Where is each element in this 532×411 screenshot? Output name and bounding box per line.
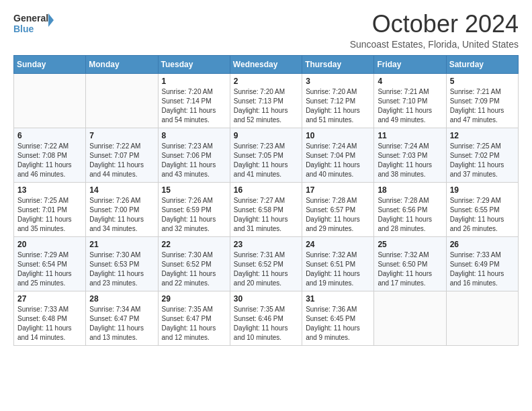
day-number: 16: [234, 185, 298, 195]
calendar-cell: [374, 291, 446, 345]
day-info: Sunrise: 7:23 AM Sunset: 7:06 PM Dayligh…: [162, 142, 226, 179]
calendar-cell: 19Sunrise: 7:29 AM Sunset: 6:55 PM Dayli…: [446, 182, 518, 236]
calendar-table: SundayMondayTuesdayWednesdayThursdayFrid…: [13, 55, 519, 346]
day-info: Sunrise: 7:20 AM Sunset: 7:13 PM Dayligh…: [234, 87, 298, 125]
calendar-cell: 6Sunrise: 7:22 AM Sunset: 7:08 PM Daylig…: [14, 128, 86, 182]
subtitle: Suncoast Estates, Florida, United States: [350, 39, 519, 50]
day-info: Sunrise: 7:23 AM Sunset: 7:05 PM Dayligh…: [234, 142, 298, 179]
calendar-cell: 26Sunrise: 7:33 AM Sunset: 6:49 PM Dayli…: [446, 236, 518, 291]
day-number: 22: [162, 240, 226, 249]
calendar-header-saturday: Saturday: [446, 55, 518, 73]
day-info: Sunrise: 7:33 AM Sunset: 6:49 PM Dayligh…: [450, 250, 515, 288]
logo-icon: General Blue: [13, 11, 54, 36]
day-info: Sunrise: 7:32 AM Sunset: 6:51 PM Dayligh…: [306, 250, 370, 288]
calendar-cell: 29Sunrise: 7:35 AM Sunset: 6:47 PM Dayli…: [158, 291, 230, 345]
calendar-week-3: 13Sunrise: 7:25 AM Sunset: 7:01 PM Dayli…: [14, 182, 519, 236]
day-info: Sunrise: 7:32 AM Sunset: 6:50 PM Dayligh…: [378, 250, 442, 288]
day-number: 1: [162, 77, 226, 86]
calendar-cell: 24Sunrise: 7:32 AM Sunset: 6:51 PM Dayli…: [302, 236, 374, 291]
calendar-week-5: 27Sunrise: 7:33 AM Sunset: 6:48 PM Dayli…: [14, 291, 519, 345]
day-number: 12: [450, 131, 515, 140]
day-info: Sunrise: 7:21 AM Sunset: 7:10 PM Dayligh…: [378, 87, 442, 125]
calendar-cell: [446, 291, 518, 345]
day-info: Sunrise: 7:30 AM Sunset: 6:53 PM Dayligh…: [89, 250, 154, 288]
day-info: Sunrise: 7:26 AM Sunset: 7:00 PM Dayligh…: [89, 196, 154, 234]
page: General Blue October 2024 Suncoast Estat…: [0, 0, 532, 357]
header: General Blue October 2024 Suncoast Estat…: [13, 11, 519, 50]
calendar-header-friday: Friday: [374, 55, 446, 73]
day-info: Sunrise: 7:20 AM Sunset: 7:12 PM Dayligh…: [306, 87, 370, 125]
calendar-cell: 28Sunrise: 7:34 AM Sunset: 6:47 PM Dayli…: [86, 291, 158, 345]
calendar-week-1: 1Sunrise: 7:20 AM Sunset: 7:14 PM Daylig…: [14, 73, 519, 128]
day-number: 26: [450, 240, 515, 249]
calendar-cell: 27Sunrise: 7:33 AM Sunset: 6:48 PM Dayli…: [14, 291, 86, 345]
calendar-cell: 30Sunrise: 7:35 AM Sunset: 6:46 PM Dayli…: [230, 291, 302, 345]
svg-text:General: General: [13, 13, 48, 24]
day-info: Sunrise: 7:21 AM Sunset: 7:09 PM Dayligh…: [450, 87, 515, 125]
day-info: Sunrise: 7:25 AM Sunset: 7:02 PM Dayligh…: [450, 142, 515, 179]
day-number: 20: [17, 240, 82, 249]
calendar-cell: 1Sunrise: 7:20 AM Sunset: 7:14 PM Daylig…: [158, 73, 230, 128]
day-number: 3: [306, 77, 370, 86]
calendar-cell: 17Sunrise: 7:28 AM Sunset: 6:57 PM Dayli…: [302, 182, 374, 236]
day-info: Sunrise: 7:36 AM Sunset: 6:45 PM Dayligh…: [306, 305, 370, 342]
day-info: Sunrise: 7:24 AM Sunset: 7:04 PM Dayligh…: [306, 142, 370, 179]
day-number: 17: [306, 185, 370, 195]
calendar-week-4: 20Sunrise: 7:29 AM Sunset: 6:54 PM Dayli…: [14, 236, 519, 291]
day-number: 24: [306, 240, 370, 249]
calendar-cell: [86, 73, 158, 128]
calendar-cell: 22Sunrise: 7:30 AM Sunset: 6:52 PM Dayli…: [158, 236, 230, 291]
day-info: Sunrise: 7:25 AM Sunset: 7:01 PM Dayligh…: [17, 196, 82, 234]
svg-text:Blue: Blue: [13, 24, 34, 34]
day-number: 11: [378, 131, 442, 140]
calendar-cell: 3Sunrise: 7:20 AM Sunset: 7:12 PM Daylig…: [302, 73, 374, 128]
day-info: Sunrise: 7:30 AM Sunset: 6:52 PM Dayligh…: [162, 250, 226, 288]
day-number: 7: [89, 131, 154, 140]
calendar-cell: 2Sunrise: 7:20 AM Sunset: 7:13 PM Daylig…: [230, 73, 302, 128]
day-number: 10: [306, 131, 370, 140]
day-number: 23: [234, 240, 298, 249]
day-info: Sunrise: 7:24 AM Sunset: 7:03 PM Dayligh…: [378, 142, 442, 179]
calendar-cell: 8Sunrise: 7:23 AM Sunset: 7:06 PM Daylig…: [158, 128, 230, 182]
calendar-cell: 11Sunrise: 7:24 AM Sunset: 7:03 PM Dayli…: [374, 128, 446, 182]
day-number: 15: [162, 185, 226, 195]
day-number: 13: [17, 185, 82, 195]
day-number: 4: [378, 77, 442, 86]
day-info: Sunrise: 7:29 AM Sunset: 6:55 PM Dayligh…: [450, 196, 515, 234]
day-number: 31: [306, 294, 370, 304]
day-info: Sunrise: 7:33 AM Sunset: 6:48 PM Dayligh…: [17, 305, 82, 342]
day-number: 8: [162, 131, 226, 140]
calendar-cell: [14, 73, 86, 128]
day-number: 27: [17, 294, 82, 304]
title-block: October 2024 Suncoast Estates, Florida, …: [350, 11, 519, 50]
day-info: Sunrise: 7:29 AM Sunset: 6:54 PM Dayligh…: [17, 250, 82, 288]
day-info: Sunrise: 7:27 AM Sunset: 6:58 PM Dayligh…: [234, 196, 298, 234]
calendar-cell: 18Sunrise: 7:28 AM Sunset: 6:56 PM Dayli…: [374, 182, 446, 236]
svg-marker-2: [48, 13, 54, 27]
day-info: Sunrise: 7:28 AM Sunset: 6:57 PM Dayligh…: [306, 196, 370, 234]
day-info: Sunrise: 7:22 AM Sunset: 7:07 PM Dayligh…: [89, 142, 154, 179]
calendar-cell: 4Sunrise: 7:21 AM Sunset: 7:10 PM Daylig…: [374, 73, 446, 128]
calendar-cell: 31Sunrise: 7:36 AM Sunset: 6:45 PM Dayli…: [302, 291, 374, 345]
calendar-cell: 12Sunrise: 7:25 AM Sunset: 7:02 PM Dayli…: [446, 128, 518, 182]
day-number: 25: [378, 240, 442, 249]
calendar-header-wednesday: Wednesday: [230, 55, 302, 73]
calendar-cell: 5Sunrise: 7:21 AM Sunset: 7:09 PM Daylig…: [446, 73, 518, 128]
calendar-header-sunday: Sunday: [14, 55, 86, 73]
day-number: 28: [89, 294, 154, 304]
main-title: October 2024: [350, 11, 519, 38]
day-number: 2: [234, 77, 298, 86]
calendar-cell: 25Sunrise: 7:32 AM Sunset: 6:50 PM Dayli…: [374, 236, 446, 291]
day-number: 19: [450, 185, 515, 195]
day-info: Sunrise: 7:31 AM Sunset: 6:52 PM Dayligh…: [234, 250, 298, 288]
calendar-cell: 21Sunrise: 7:30 AM Sunset: 6:53 PM Dayli…: [86, 236, 158, 291]
calendar-cell: 9Sunrise: 7:23 AM Sunset: 7:05 PM Daylig…: [230, 128, 302, 182]
day-number: 14: [89, 185, 154, 195]
day-info: Sunrise: 7:20 AM Sunset: 7:14 PM Dayligh…: [162, 87, 226, 125]
calendar-cell: 16Sunrise: 7:27 AM Sunset: 6:58 PM Dayli…: [230, 182, 302, 236]
calendar-header-thursday: Thursday: [302, 55, 374, 73]
calendar-cell: 13Sunrise: 7:25 AM Sunset: 7:01 PM Dayli…: [14, 182, 86, 236]
day-number: 5: [450, 77, 515, 86]
calendar-header-row: SundayMondayTuesdayWednesdayThursdayFrid…: [14, 55, 519, 73]
calendar-cell: 10Sunrise: 7:24 AM Sunset: 7:04 PM Dayli…: [302, 128, 374, 182]
